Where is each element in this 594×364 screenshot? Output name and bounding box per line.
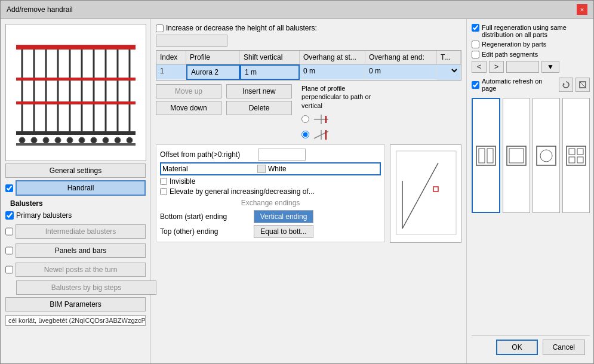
invisible-row: Invisible: [160, 177, 381, 186]
col-shift: Shift vertical: [240, 51, 300, 64]
preview-cell-3[interactable]: [533, 98, 560, 213]
svg-point-17: [55, 137, 61, 143]
newel-button[interactable]: Newel posts at the turn: [16, 263, 146, 277]
regen-parts-label: Regeneration by parts: [482, 41, 546, 48]
bottom-ending-row: Bottom (start) ending Vertical ending: [160, 210, 381, 223]
close-button[interactable]: ×: [577, 4, 587, 15]
cell-overhang-end[interactable]: 0 m: [365, 64, 437, 80]
bottom-buttons: OK Cancel: [472, 335, 590, 359]
pen-icon: [578, 81, 587, 89]
nav-dropdown-button[interactable]: ▼: [541, 61, 559, 73]
preview-cell-2[interactable]: [503, 98, 530, 213]
actions-row: Move up Move down Insert new Delete Plan…: [156, 84, 461, 141]
svg-rect-24: [16, 143, 136, 146]
t-select[interactable]: [438, 66, 459, 75]
handrail-preview: [10, 30, 141, 155]
plane-radio-1[interactable]: [301, 115, 309, 123]
primary-balusters-label: Primary balusters: [16, 211, 72, 220]
handrail-button[interactable]: Handrail: [16, 180, 146, 196]
newel-checkbox[interactable]: [5, 266, 13, 274]
preview-grid: [472, 98, 590, 213]
preview-area: [5, 24, 146, 161]
part-input[interactable]: 1/1 part: [506, 61, 539, 73]
intermediate-checkbox[interactable]: [5, 227, 13, 236]
elevate-row: Elevate by general increasing/decreasing…: [160, 187, 381, 196]
button-group: Move up Move down: [156, 84, 221, 115]
panels-button[interactable]: Panels and bars: [16, 243, 146, 258]
nav-prev-button[interactable]: <: [472, 61, 487, 73]
refresh-row: Automatic refresh on page: [472, 78, 590, 92]
cancel-button[interactable]: Cancel: [543, 340, 585, 355]
preview-cell-1[interactable]: [472, 98, 500, 213]
nav-next-button[interactable]: >: [489, 61, 504, 73]
cell-profile[interactable]: Aurora 2: [186, 64, 240, 80]
regen-parts-row: Regeneration by parts: [472, 41, 590, 48]
svg-rect-39: [479, 149, 485, 163]
plane-group: Plane of profile perpendicular to path o…: [301, 84, 373, 141]
edit-path-checkbox[interactable]: [472, 51, 479, 58]
full-regen-label: Full regeneration using same distributio…: [482, 24, 590, 38]
middle-panel: Increase or decrease the height of all b…: [151, 19, 466, 363]
svg-marker-35: [563, 83, 565, 85]
handrail-checkbox[interactable]: [5, 184, 13, 192]
top-end-button[interactable]: Equal to bott...: [254, 225, 313, 238]
right-panel: Full regeneration using same distributio…: [466, 19, 593, 363]
table-row[interactable]: 1 Aurora 2 1 m 0 m 0 m: [156, 64, 461, 80]
cell-shift[interactable]: 1 m: [240, 64, 300, 80]
material-row[interactable]: Material White: [160, 162, 381, 175]
plane-icon-2: [313, 129, 330, 141]
height-label: Increase or decrease the height of all b…: [166, 24, 317, 32]
intermediate-row: Intermediate balusters: [5, 223, 146, 240]
svg-rect-0: [16, 45, 136, 50]
preview-cell-4[interactable]: [562, 98, 590, 213]
refresh-checkbox[interactable]: [472, 81, 479, 89]
svg-rect-43: [537, 146, 556, 165]
bim-button[interactable]: BIM Parameters: [5, 297, 146, 311]
newel-row: Newel posts at the turn: [5, 261, 146, 278]
cell-overhang-start[interactable]: 0 m: [300, 64, 365, 80]
svg-rect-46: [569, 149, 575, 155]
col-overhang-start: Overhang at st...: [300, 51, 365, 64]
svg-point-19: [79, 137, 85, 143]
svg-point-14: [19, 137, 25, 143]
primary-balusters-checkbox[interactable]: [5, 211, 14, 220]
delete-button[interactable]: Delete: [226, 101, 292, 115]
ok-button[interactable]: OK: [496, 340, 537, 355]
material-color-swatch: [257, 165, 266, 173]
panels-checkbox[interactable]: [5, 246, 13, 255]
material-label: Material: [162, 165, 255, 173]
insert-delete-group: Insert new Delete: [226, 84, 292, 115]
shape-preview: [390, 144, 461, 243]
cell-t[interactable]: [437, 64, 461, 80]
intermediate-button[interactable]: Intermediate balusters: [16, 224, 146, 239]
svg-point-16: [43, 137, 49, 143]
regen-parts-checkbox[interactable]: [472, 41, 479, 48]
handrail-row: Handrail: [5, 180, 146, 196]
insert-new-button[interactable]: Insert new: [226, 84, 292, 98]
move-down-button[interactable]: Move down: [156, 101, 221, 115]
svg-rect-38: [476, 146, 495, 165]
height-option-row: Increase or decrease the height of all b…: [156, 24, 461, 32]
top-ending-row: Top (other) ending Equal to bott...: [160, 225, 381, 238]
svg-rect-47: [577, 149, 583, 155]
plane-radio-2[interactable]: [301, 131, 309, 138]
full-regen-checkbox[interactable]: [472, 24, 479, 32]
height-checkbox[interactable]: [156, 24, 164, 32]
balusters-label: Balusters: [5, 198, 146, 208]
move-up-button[interactable]: Move up: [156, 84, 221, 98]
shape-preview-svg: [390, 145, 462, 240]
pen-button[interactable]: [575, 78, 590, 92]
content-area: General settings Handrail Balusters Prim…: [1, 19, 593, 363]
refresh-button[interactable]: [559, 78, 573, 92]
balusters-big-button[interactable]: Balusters by big steps: [16, 280, 156, 295]
elevate-label: Elevate by general increasing/decreasing…: [170, 187, 315, 196]
invisible-label: Invisible: [170, 177, 195, 186]
offset-input[interactable]: 0 m: [258, 149, 306, 161]
svg-rect-41: [507, 146, 526, 165]
bottom-end-button[interactable]: Vertical ending: [254, 210, 313, 223]
details-area: Offset from path(>0:right) 0 m Material …: [156, 144, 385, 243]
general-settings-button[interactable]: General settings: [5, 164, 146, 178]
invisible-checkbox[interactable]: [160, 178, 167, 185]
elevate-checkbox[interactable]: [160, 188, 167, 195]
height-input[interactable]: 0 m: [156, 35, 227, 47]
